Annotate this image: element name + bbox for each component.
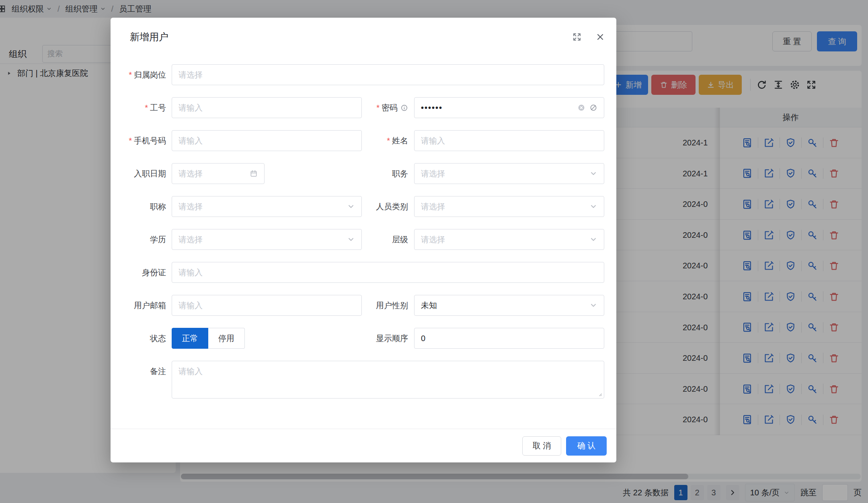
- field-placeholder: 请选择: [179, 70, 203, 80]
- label-text: 学历: [150, 229, 166, 250]
- required-asterisk: *: [145, 97, 148, 118]
- label-text: 密码: [382, 97, 398, 118]
- select-input[interactable]: 请选择: [414, 229, 604, 250]
- select-input[interactable]: 请选择: [414, 196, 604, 217]
- form-row: 身份证请输入: [111, 262, 616, 283]
- select-input[interactable]: 请选择: [414, 163, 604, 184]
- close-icon[interactable]: [595, 32, 605, 42]
- field-placeholder: 请选择: [421, 201, 445, 212]
- label-text: 归属岗位: [134, 64, 166, 85]
- field-placeholder: 请输入: [421, 135, 445, 146]
- select-input[interactable]: 未知: [414, 295, 604, 316]
- field-placeholder: 请选择: [179, 234, 203, 245]
- label-text: 状态: [150, 328, 166, 349]
- text-input[interactable]: 0: [414, 328, 604, 349]
- status-option-active[interactable]: 正常: [172, 328, 208, 349]
- field-label-text-input: *工号: [111, 97, 166, 118]
- chevron-down-icon: [589, 235, 597, 243]
- field-label-date-input: 入职日期: [111, 163, 166, 184]
- field-label-select-input: 职务: [287, 163, 408, 184]
- label-text: 层级: [392, 229, 408, 250]
- field-placeholder: 请输入: [179, 135, 203, 146]
- label-text: 身份证: [142, 262, 166, 283]
- status-toggle: 正常停用: [172, 328, 245, 349]
- form-row: *手机号码请输入*姓名请输入: [111, 130, 616, 151]
- required-asterisk: *: [129, 64, 132, 85]
- field-value: 0: [421, 334, 425, 343]
- label-text: 用户邮箱: [134, 295, 166, 316]
- chevron-down-icon: [589, 202, 597, 211]
- field-label-select-input: 用户性别: [287, 295, 408, 316]
- field-label-select-input: 人员类别: [287, 196, 408, 217]
- textarea-input[interactable]: 请输入: [172, 361, 604, 399]
- form-row: *工号请输入*密码••••••: [111, 97, 616, 118]
- form-row: 用户邮箱请输入用户性别未知: [111, 295, 616, 316]
- text-input[interactable]: 请输入: [414, 130, 604, 151]
- field-placeholder: 请选择: [421, 168, 445, 179]
- label-text: 职称: [150, 196, 166, 217]
- form-row: 职称请选择人员类别请选择: [111, 196, 616, 217]
- form-row: 入职日期请选择职务请选择: [111, 163, 616, 184]
- field-label-text-input: *姓名: [287, 130, 408, 151]
- field-label-textarea-input: 备注: [111, 361, 166, 382]
- field-label-password-input: *密码: [287, 97, 408, 118]
- chevron-down-icon: [589, 170, 597, 178]
- cancel-button[interactable]: 取 消: [522, 436, 561, 456]
- form-row: 学历请选择层级请选择: [111, 229, 616, 250]
- form-row: 状态正常停用显示顺序0: [111, 328, 616, 349]
- field-placeholder: 请输入: [179, 267, 203, 278]
- date-input[interactable]: 请选择: [172, 163, 265, 184]
- modal-header: 新增用户: [111, 18, 616, 56]
- label-text: 显示顺序: [376, 328, 408, 349]
- field-label-text-input: *归属岗位: [111, 64, 166, 85]
- label-text: 人员类别: [376, 196, 408, 217]
- field-label-undefined: 状态: [111, 328, 166, 349]
- modal-title: 新增用户: [130, 31, 168, 43]
- field-placeholder: 请输入: [179, 102, 203, 113]
- field-label-select-input: 职称: [111, 196, 166, 217]
- field-value: 未知: [421, 300, 437, 311]
- field-placeholder: 请输入: [179, 300, 203, 311]
- field-label-select-input: 学历: [111, 229, 166, 250]
- field-value: ••••••: [421, 103, 443, 112]
- required-asterisk: *: [376, 97, 380, 118]
- eye-off-icon[interactable]: [589, 104, 597, 112]
- label-text: 姓名: [392, 130, 408, 151]
- field-label-select-input: 层级: [287, 229, 408, 250]
- field-label-text-input: *手机号码: [111, 130, 166, 151]
- status-option[interactable]: 停用: [208, 328, 245, 349]
- modal-fullscreen-icon[interactable]: [572, 32, 582, 42]
- new-user-form: *归属岗位请选择*工号请输入*密码••••••*手机号码请输入*姓名请输入入职日…: [111, 64, 616, 411]
- text-input[interactable]: 请输入: [172, 262, 604, 283]
- required-asterisk: *: [129, 130, 132, 151]
- clear-icon[interactable]: [577, 104, 585, 112]
- label-text: 手机号码: [134, 130, 166, 151]
- confirm-button[interactable]: 确 认: [566, 436, 607, 456]
- resize-handle-icon[interactable]: [597, 391, 602, 397]
- form-row: *归属岗位请选择: [111, 64, 616, 85]
- page: 组织权限/组织管理/员工管理 组织 搜索 部门 | 北京康复医院 重 置 查 询…: [0, 0, 868, 503]
- label-text: 备注: [150, 361, 166, 382]
- modal-footer: 取 消 确 认: [111, 429, 616, 462]
- field-placeholder: 请选择: [179, 201, 203, 212]
- field-label-text-input: 用户邮箱: [111, 295, 166, 316]
- field-label-text-input: 身份证: [111, 262, 166, 283]
- text-input[interactable]: 请选择: [172, 64, 604, 85]
- password-input[interactable]: ••••••: [414, 97, 604, 118]
- label-text: 职务: [392, 163, 408, 184]
- chevron-down-icon: [589, 301, 597, 309]
- required-asterisk: *: [387, 130, 390, 151]
- label-text: 入职日期: [134, 163, 166, 184]
- field-placeholder: 请输入: [179, 366, 203, 377]
- form-row: 备注请输入: [111, 361, 616, 399]
- new-user-modal: 新增用户 *归属岗位请选择*工号请输入*密码••••••*手机号码请输入*姓名请…: [111, 18, 616, 462]
- label-text: 用户性别: [376, 295, 408, 316]
- label-text: 工号: [150, 97, 166, 118]
- field-placeholder: 请选择: [179, 168, 203, 179]
- field-label-text-input: 显示顺序: [287, 328, 408, 349]
- info-icon[interactable]: [400, 104, 408, 112]
- calendar-icon: [250, 170, 258, 178]
- field-placeholder: 请选择: [421, 234, 445, 245]
